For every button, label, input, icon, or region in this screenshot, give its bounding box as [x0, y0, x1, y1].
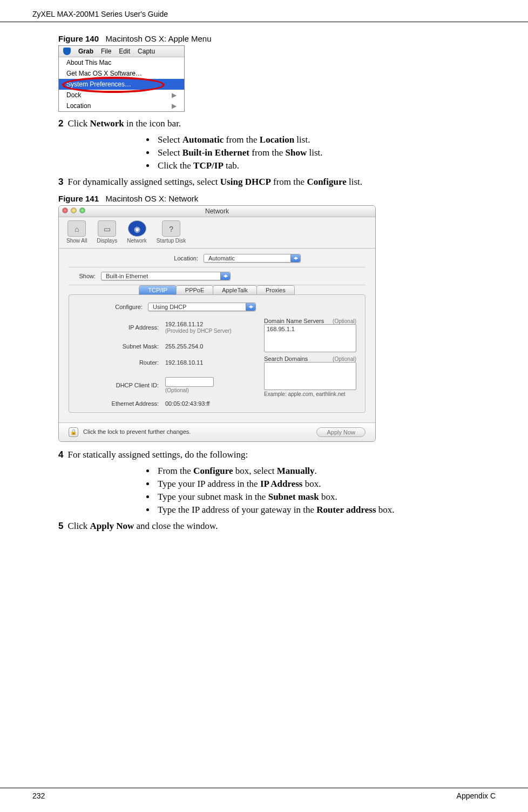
bullet-subnet-mask: Type your subnet mask in the Subnet mask…	[155, 492, 489, 502]
window-title: Network	[205, 207, 229, 215]
ethernet-addr-label: Ethernet Address:	[78, 400, 159, 407]
toolbar: ⌂Show All ▭Displays ◉Network ?Startup Di…	[59, 217, 375, 249]
dns-input[interactable]: 168.95.1.1	[264, 324, 356, 352]
apple-menubar: Grab File Edit Captu	[59, 46, 184, 57]
search-domains-label: Search Domains	[264, 355, 308, 362]
configure-select[interactable]: Using DHCP	[148, 303, 256, 311]
location-label: Location:	[133, 255, 198, 261]
figure-140-label: Figure 140 Macintosh OS X: Apple Menu	[58, 34, 489, 43]
tab-bar: TCP/IP PPPoE AppleTalk Proxies	[69, 285, 365, 295]
page-content: Figure 140 Macintosh OS X: Apple Menu Gr…	[0, 22, 528, 532]
menu-system-preferences: System Preferences…	[59, 79, 184, 90]
step-3: 3For dynamically assigned settings, sele…	[58, 177, 489, 187]
network-pref-window: Network ⌂Show All ▭Displays ◉Network ?St…	[58, 205, 376, 442]
displays-icon: ▭	[98, 220, 116, 237]
bullet-ip-address: Type your IP address in the IP Address b…	[155, 479, 489, 489]
network-icon: ◉	[128, 220, 146, 237]
show-all-icon: ⌂	[67, 220, 86, 237]
ip-address-value: 192.168.11.12 (Provided by DHCP Server)	[165, 321, 258, 334]
appendix-label: Appendix C	[457, 791, 496, 800]
doc-title: ZyXEL MAX-200M1 Series User's Guide	[32, 10, 168, 18]
minimize-icon[interactable]	[71, 207, 77, 213]
window-footer: 🔒 Click the lock to prevent further chan…	[59, 422, 375, 441]
dns-label: Domain Name Servers	[264, 318, 324, 324]
dhcp-client-id-input[interactable]	[165, 377, 214, 387]
menu-about-this-mac: About This Mac	[59, 57, 184, 68]
ip-address-label: IP Address:	[78, 324, 159, 331]
menubar-captu: Captu	[138, 48, 155, 55]
figure-140-image: Grab File Edit Captu About This Mac Get …	[58, 45, 185, 112]
chevron-icon	[246, 303, 255, 311]
subnet-value: 255.255.254.0	[165, 343, 258, 350]
menubar-grab: Grab	[78, 48, 93, 55]
search-optional: (Optional)	[333, 356, 356, 362]
step-2-bullets: Select Automatic from the Location list.…	[155, 135, 489, 171]
chevron-icon	[220, 272, 230, 280]
router-value: 192.168.10.11	[165, 359, 258, 366]
bullet-configure-manually: From the Configure box, select Manually.	[155, 466, 489, 477]
show-label: Show:	[69, 273, 96, 279]
tab-tcpip[interactable]: TCP/IP	[139, 285, 176, 295]
bullet-router-address: Type the IP address of your gateway in t…	[155, 505, 489, 515]
chevron-icon	[290, 254, 300, 262]
toolbar-network[interactable]: ◉Network	[127, 220, 147, 244]
step-4: 4For statically assigned settings, do th…	[58, 449, 489, 460]
menu-location: Location▶	[59, 100, 184, 111]
running-header: ZyXEL MAX-200M1 Series User's Guide	[0, 0, 528, 22]
location-select[interactable]: Automatic	[204, 254, 301, 263]
page-number: 232	[32, 791, 45, 800]
menubar-edit: Edit	[119, 48, 130, 55]
apple-icon	[63, 48, 71, 55]
configure-label: Configure:	[78, 304, 143, 310]
bullet-tcpip-tab: Click the TCP/IP tab.	[155, 160, 489, 171]
toolbar-displays[interactable]: ▭Displays	[97, 220, 117, 244]
red-ellipse-highlight	[62, 77, 165, 93]
example-note: Example: apple.com, earthlink.net	[264, 391, 356, 397]
running-footer: 232 Appendix C	[0, 788, 528, 800]
show-select[interactable]: Built-in Ethernet	[101, 272, 231, 280]
zoom-icon[interactable]	[79, 207, 85, 213]
dhcp-client-id-label: DHCP Client ID:	[78, 382, 159, 388]
submenu-arrow-icon: ▶	[172, 102, 177, 110]
search-domains-input[interactable]	[264, 362, 356, 390]
traffic-lights	[62, 207, 85, 213]
menubar-file: File	[101, 48, 111, 55]
step-4-bullets: From the Configure box, select Manually.…	[155, 466, 489, 515]
step-5: 5Click Apply Now and close the window.	[58, 521, 489, 532]
figure-141-label: Figure 141 Macintosh OS X: Network	[58, 194, 489, 203]
startup-disk-icon: ?	[162, 220, 180, 237]
tab-pppoe[interactable]: PPPoE	[176, 285, 213, 295]
dhcp-id-optional: (Optional)	[165, 387, 189, 393]
tab-proxies[interactable]: Proxies	[256, 285, 295, 295]
ethernet-addr-value: 00:05:02:43:93:ff	[165, 400, 258, 407]
tcpip-panel: Configure: Using DHCP IP Address: 192.16…	[69, 294, 365, 413]
window-titlebar: Network	[59, 206, 375, 217]
toolbar-startup-disk[interactable]: ?Startup Disk	[157, 220, 186, 244]
lock-icon[interactable]: 🔒	[69, 427, 78, 437]
tab-appletalk[interactable]: AppleTalk	[213, 285, 257, 295]
bullet-automatic: Select Automatic from the Location list.	[155, 135, 489, 145]
dns-optional: (Optional)	[333, 318, 356, 324]
router-label: Router:	[78, 359, 159, 366]
apply-now-button[interactable]: Apply Now	[316, 427, 365, 437]
bullet-builtin-ethernet: Select Built-in Ethernet from the Show l…	[155, 147, 489, 158]
step-2: 2Click Network in the icon bar.	[58, 118, 489, 129]
toolbar-show-all[interactable]: ⌂Show All	[66, 220, 87, 244]
submenu-arrow-icon: ▶	[172, 91, 177, 99]
lock-text: Click the lock to prevent further change…	[83, 428, 191, 435]
subnet-label: Subnet Mask:	[78, 343, 159, 350]
close-icon[interactable]	[62, 207, 68, 213]
